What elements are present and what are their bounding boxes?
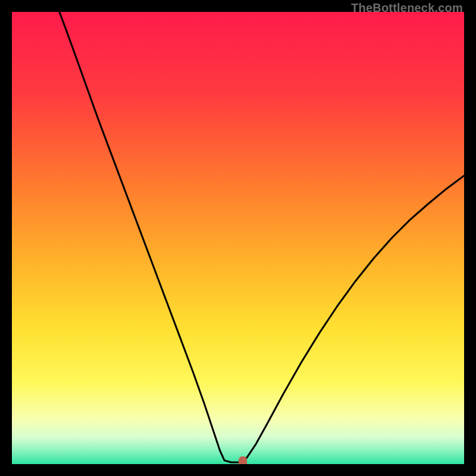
min-marker <box>239 456 247 464</box>
chart-frame: TheBottleneck.com <box>0 0 476 476</box>
watermark-text: TheBottleneck.com <box>351 1 463 15</box>
bottleneck-curve <box>12 12 464 464</box>
plot-area <box>12 12 464 464</box>
